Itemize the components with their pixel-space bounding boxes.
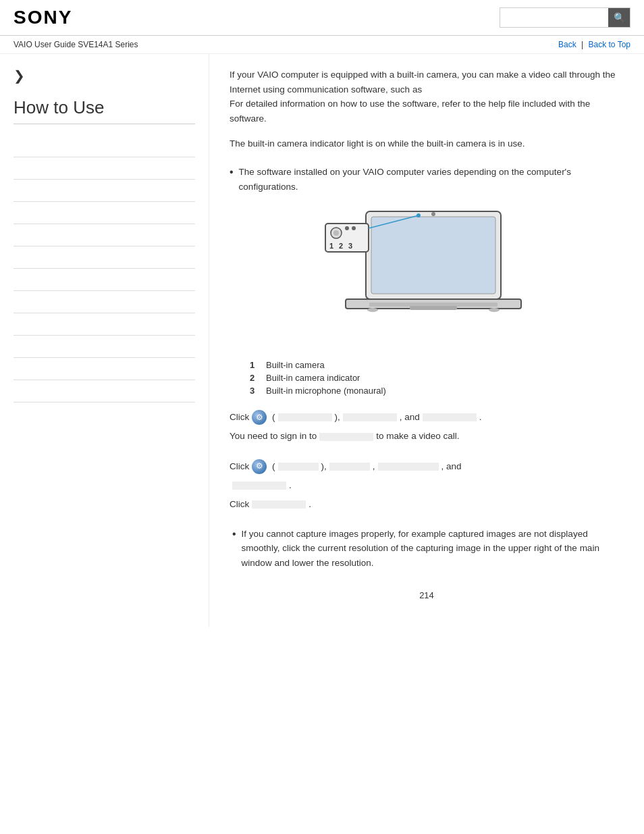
step2-icon [252, 459, 267, 474]
note-text: If you cannot capture images properly, f… [242, 527, 624, 571]
sidebar-link[interactable] [14, 186, 16, 196]
step2-line2: . [289, 477, 292, 494]
step1-sign-in-prefix: You need to sign in to [230, 428, 317, 444]
legend-label-3: Built-in microphone (monaural) [266, 386, 386, 396]
bullet-section: • The software installed on your VAIO co… [230, 165, 624, 194]
legend-label-1: Built-in camera [266, 360, 325, 370]
page-header: SONY 🔍 [0, 0, 644, 36]
step2-mid: ), [321, 459, 327, 475]
sidebar-link[interactable] [14, 320, 16, 330]
legend-section: 1 Built-in camera 2 Built-in camera indi… [250, 360, 624, 396]
svg-rect-1 [371, 217, 495, 294]
sidebar-link[interactable] [14, 142, 16, 151]
step2-paren: ( [269, 459, 275, 475]
laptop-illustration: 1 2 3 [230, 205, 624, 346]
bullet-dot: • [230, 165, 234, 180]
sidebar-links [14, 135, 195, 402]
sidebar-link[interactable] [14, 276, 16, 285]
page-number: 214 [230, 590, 624, 600]
list-item [14, 246, 195, 269]
note-bullet-dot: • [232, 527, 236, 542]
laptop-svg: 1 2 3 [305, 205, 548, 346]
step-1-section: Click ( ), , and . You need to sign in t… [230, 409, 624, 445]
svg-point-17 [489, 308, 500, 312]
step1-click-label: Click [230, 409, 249, 425]
step1-icon [252, 410, 267, 425]
svg-text:3: 3 [348, 242, 352, 250]
step1-sign-in-suffix: to make a video call. [376, 428, 459, 444]
list-item [14, 269, 195, 291]
legend-label-2: Built-in camera indicator [266, 373, 360, 383]
sidebar-link[interactable] [14, 387, 16, 396]
intro-line2: For detailed information on how to use t… [230, 99, 590, 124]
sidebar: ❯ How to Use [0, 54, 209, 627]
step-1-row-2: You need to sign in to to make a video c… [230, 428, 624, 444]
list-item [14, 224, 195, 246]
list-item [14, 135, 195, 157]
legend-number-2: 2 [250, 373, 261, 383]
intro-line1: If your VAIO computer is equipped with a… [230, 70, 616, 95]
step-2-section: Click ( ), , , and . Click . [230, 459, 624, 513]
sidebar-link[interactable] [14, 365, 16, 374]
search-input[interactable] [500, 8, 608, 27]
sidebar-arrow: ❯ [14, 68, 195, 84]
list-item [14, 157, 195, 180]
step2-click2-prefix: Click [230, 496, 249, 513]
main-content: ❯ How to Use If your VAIO computer is eq… [0, 54, 644, 627]
legend-item-3: 3 Built-in microphone (monaural) [250, 386, 624, 396]
svg-point-9 [345, 226, 349, 230]
list-item [14, 336, 195, 358]
list-item [14, 358, 195, 380]
step2-comma: , [373, 459, 375, 475]
bullet-item-1: • The software installed on your VAIO co… [230, 165, 624, 194]
svg-rect-5 [410, 306, 457, 310]
step2-and: , and [441, 459, 462, 475]
legend-number-3: 3 [250, 386, 261, 396]
svg-text:1: 1 [329, 242, 333, 250]
sidebar-link[interactable] [14, 231, 16, 240]
guide-title: VAIO User Guide SVE14A1 Series [14, 40, 138, 49]
content-area: If your VAIO computer is equipped with a… [209, 54, 644, 627]
list-item [14, 180, 195, 202]
legend-number-1: 1 [250, 360, 261, 370]
step1-paren: ( [269, 409, 275, 425]
list-item [14, 202, 195, 224]
search-button[interactable]: 🔍 [608, 8, 630, 27]
legend-item-1: 1 Built-in camera [250, 360, 624, 370]
list-item [14, 313, 195, 336]
step1-and: , and [400, 409, 420, 425]
step-2-row-3: Click . [230, 496, 624, 513]
camera-indicator-text: The built-in camera indicator light is o… [230, 136, 624, 151]
search-box: 🔍 [500, 7, 630, 28]
note-bullet: • If you cannot capture images properly,… [230, 527, 624, 571]
sidebar-link[interactable] [14, 298, 16, 307]
sidebar-link[interactable] [14, 164, 16, 174]
nav-back-to-top-link[interactable]: Back to Top [589, 40, 630, 49]
svg-text:2: 2 [339, 242, 343, 250]
svg-point-15 [417, 213, 421, 217]
sony-logo: SONY [14, 7, 72, 28]
step1-period: . [479, 409, 482, 425]
svg-point-2 [431, 212, 435, 216]
intro-text: If your VAIO computer is equipped with a… [230, 68, 624, 126]
nav-separator: | [581, 40, 583, 49]
step2-click-label: Click [230, 459, 249, 475]
bullet-text-1: The software installed on your VAIO comp… [239, 165, 624, 194]
list-item [14, 380, 195, 402]
svg-point-8 [333, 230, 339, 236]
nav-back-link[interactable]: Back [558, 40, 576, 49]
step1-mid: ), [335, 409, 340, 425]
step-1-row-1: Click ( ), , and . [230, 409, 624, 425]
sub-header: VAIO User Guide SVE14A1 Series Back | Ba… [0, 36, 644, 54]
svg-point-10 [352, 226, 356, 230]
step-2-row-1: Click ( ), , , and [230, 459, 624, 475]
section-title: How to Use [14, 97, 195, 124]
nav-links: Back | Back to Top [558, 40, 630, 49]
sidebar-link[interactable] [14, 253, 16, 263]
legend-item-2: 2 Built-in camera indicator [250, 373, 624, 383]
search-icon: 🔍 [614, 12, 625, 23]
sidebar-link[interactable] [14, 209, 16, 218]
note-bullet-item: • If you cannot capture images properly,… [232, 527, 624, 571]
sidebar-link[interactable] [14, 342, 16, 352]
step2-click2-suffix: . [308, 496, 311, 513]
